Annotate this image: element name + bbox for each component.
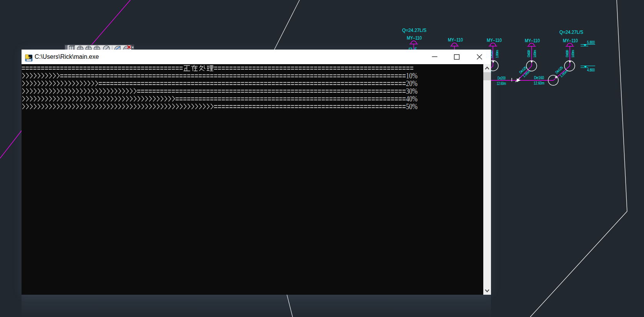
svg-text:12.60m: 12.60m [497,81,506,86]
svg-text:De160: De160 [534,76,544,80]
svg-text:Q=24.27L/S: Q=24.27L/S [559,30,583,35]
svg-text:4.800: 4.800 [587,68,595,72]
svg-text:1.00m: 1.00m [495,50,499,58]
svg-text:12.60m: 12.60m [534,81,544,85]
svg-text:40%: 40% [406,95,418,103]
svg-text:1.00m: 1.00m [571,50,575,58]
svg-text:MY–110: MY–110 [448,37,463,43]
svg-text:Q=24.27L/S: Q=24.27L/S [402,28,426,33]
svg-text:30%: 30% [406,87,418,95]
svg-text:De110: De110 [565,50,569,57]
svg-text:10%: 10% [406,71,418,80]
svg-text:5.800: 5.800 [587,40,595,45]
svg-text:50%: 50% [406,102,418,111]
svg-text:1.00m: 1.00m [533,50,537,58]
svg-text:De200: De200 [498,76,506,80]
svg-text:MY–110: MY–110 [407,35,422,41]
svg-text:MY–110: MY–110 [563,38,578,43]
svg-text:MY–110: MY–110 [525,38,540,43]
svg-text:MY–110: MY–110 [487,38,502,43]
svg-text:20%: 20% [406,79,418,88]
svg-text:De110: De110 [527,50,531,57]
